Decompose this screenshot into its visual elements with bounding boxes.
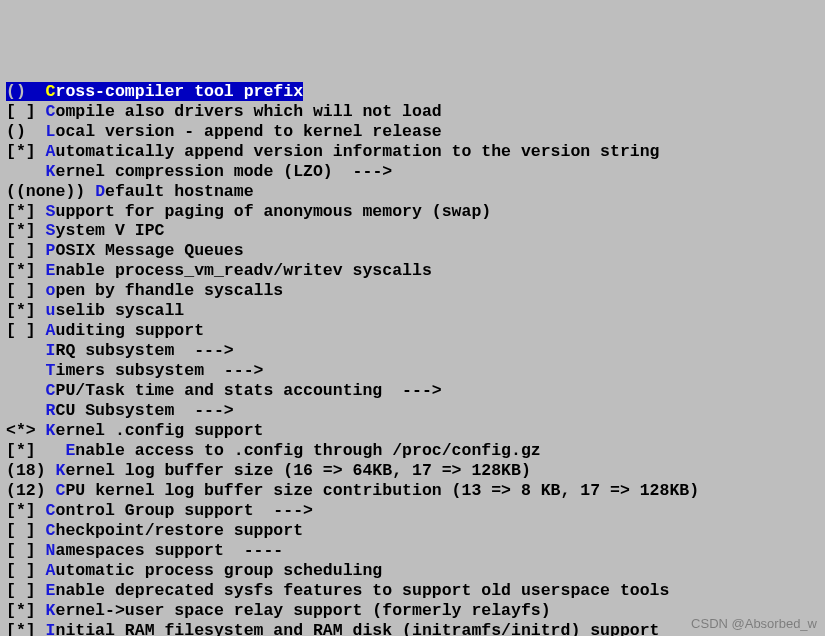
option-hotkey: u <box>46 301 56 320</box>
menu-item[interactable]: RCU Subsystem ---> <box>6 401 819 421</box>
option-hotkey: C <box>56 481 66 500</box>
menu-item[interactable]: Timers subsystem ---> <box>6 361 819 381</box>
menu-item[interactable]: [*] Enable access to .config through /pr… <box>6 441 819 461</box>
option-hotkey: K <box>46 601 56 620</box>
option-bracket: [ ] <box>6 581 46 600</box>
option-bracket: [ ] <box>6 281 46 300</box>
submenu-arrow-icon: ---> <box>273 501 313 520</box>
option-hotkey: L <box>46 122 56 141</box>
option-label: ernel .config support <box>56 421 264 440</box>
menu-item[interactable]: [ ] open by fhandle syscalls <box>6 281 819 301</box>
menu-item[interactable]: CPU/Task time and stats accounting ---> <box>6 381 819 401</box>
option-label: ernel compression mode (LZO) <box>56 162 353 181</box>
option-bracket: [*] <box>6 441 65 460</box>
option-label: ompile also drivers which will not load <box>56 102 442 121</box>
option-bracket: [*] <box>6 221 46 240</box>
option-label: ocal version - append to kernel release <box>56 122 442 141</box>
option-label: ernel->user space relay support (formerl… <box>56 601 551 620</box>
option-label: utomatically append version information … <box>56 142 660 161</box>
option-label: PU/Task time and stats accounting <box>56 381 403 400</box>
option-hotkey: K <box>56 461 66 480</box>
option-bracket: () <box>6 82 46 101</box>
menu-item[interactable]: [*] Control Group support ---> <box>6 501 819 521</box>
option-bracket: [ ] <box>6 241 46 260</box>
menu-item[interactable]: [ ] POSIX Message Queues <box>6 241 819 261</box>
option-label: PU kernel log buffer size contribution (… <box>65 481 699 500</box>
option-bracket: [*] <box>6 202 46 221</box>
option-hotkey: C <box>46 501 56 520</box>
menu-item[interactable]: Kernel compression mode (LZO) ---> <box>6 162 819 182</box>
option-hotkey: D <box>95 182 105 201</box>
kernel-config-menu[interactable]: () Cross-compiler tool prefix[ ] Compile… <box>6 82 819 636</box>
option-label: efault hostname <box>105 182 254 201</box>
option-hotkey: C <box>46 82 56 101</box>
menu-item[interactable]: [*] uselib syscall <box>6 301 819 321</box>
menu-item[interactable]: [*] Automatically append version informa… <box>6 142 819 162</box>
menu-item[interactable]: [ ] Namespaces support ---- <box>6 541 819 561</box>
option-bracket <box>6 381 46 400</box>
menu-item[interactable]: [*] Support for paging of anonymous memo… <box>6 202 819 222</box>
option-label: ontrol Group support <box>56 501 274 520</box>
menu-item[interactable]: [ ] Enable deprecated sysfs features to … <box>6 581 819 601</box>
option-hotkey: I <box>46 621 56 636</box>
option-bracket: (18) <box>6 461 56 480</box>
option-bracket: [ ] <box>6 102 46 121</box>
option-bracket <box>6 361 46 380</box>
option-hotkey: K <box>46 162 56 181</box>
option-bracket: [ ] <box>6 321 46 340</box>
option-label: OSIX Message Queues <box>56 241 244 260</box>
option-label: amespaces support <box>56 541 244 560</box>
option-label: nitial RAM filesystem and RAM disk (init… <box>56 621 660 636</box>
option-bracket <box>6 162 46 181</box>
option-hotkey: o <box>46 281 56 300</box>
option-label: ernel log buffer size (16 => 64KB, 17 =>… <box>65 461 530 480</box>
option-hotkey: A <box>46 561 56 580</box>
option-label: heckpoint/restore support <box>56 521 304 540</box>
option-bracket: [*] <box>6 501 46 520</box>
option-hotkey: C <box>46 521 56 540</box>
menu-item[interactable]: [*] Enable process_vm_readv/writev sysca… <box>6 261 819 281</box>
option-bracket: () <box>6 122 46 141</box>
menu-item[interactable]: <*> Kernel .config support <box>6 421 819 441</box>
option-label: upport for paging of anonymous memory (s… <box>56 202 492 221</box>
option-bracket: [*] <box>6 142 46 161</box>
menu-item[interactable]: (18) Kernel log buffer size (16 => 64KB,… <box>6 461 819 481</box>
option-hotkey: C <box>46 381 56 400</box>
option-bracket: <*> <box>6 421 46 440</box>
menu-item[interactable]: ((none)) Default hostname <box>6 182 819 202</box>
option-hotkey: T <box>46 361 56 380</box>
option-bracket: [ ] <box>6 541 46 560</box>
option-label: RQ subsystem <box>56 341 195 360</box>
option-hotkey: K <box>46 421 56 440</box>
option-hotkey: E <box>46 581 56 600</box>
option-bracket: ((none)) <box>6 182 95 201</box>
menu-item[interactable]: [*] System V IPC <box>6 221 819 241</box>
option-bracket: [ ] <box>6 561 46 580</box>
option-label: imers subsystem <box>56 361 224 380</box>
option-bracket: [*] <box>6 261 46 280</box>
menu-item[interactable]: [ ] Checkpoint/restore support <box>6 521 819 541</box>
menu-item[interactable]: [ ] Compile also drivers which will not … <box>6 102 819 122</box>
option-hotkey: C <box>46 102 56 121</box>
option-bracket <box>6 401 46 420</box>
menu-item[interactable]: () Local version - append to kernel rele… <box>6 122 819 142</box>
menu-item[interactable]: (12) CPU kernel log buffer size contribu… <box>6 481 819 501</box>
option-label: uditing support <box>56 321 205 340</box>
option-hotkey: S <box>46 202 56 221</box>
menu-item[interactable]: [ ] Auditing support <box>6 321 819 341</box>
option-label: utomatic process group scheduling <box>56 561 383 580</box>
option-hotkey: N <box>46 541 56 560</box>
watermark: CSDN @Absorbed_w <box>691 616 817 632</box>
option-label: ross-compiler tool prefix <box>56 82 304 101</box>
option-label: CU Subsystem <box>56 401 195 420</box>
option-hotkey: E <box>46 261 56 280</box>
option-label: nable process_vm_readv/writev syscalls <box>56 261 432 280</box>
menu-item[interactable]: IRQ subsystem ---> <box>6 341 819 361</box>
menu-item[interactable]: () Cross-compiler tool prefix <box>6 82 819 102</box>
option-hotkey: I <box>46 341 56 360</box>
option-hotkey: P <box>46 241 56 260</box>
option-bracket: [ ] <box>6 521 46 540</box>
option-hotkey: A <box>46 142 56 161</box>
menu-item[interactable]: [ ] Automatic process group scheduling <box>6 561 819 581</box>
option-label: ystem V IPC <box>56 221 165 240</box>
